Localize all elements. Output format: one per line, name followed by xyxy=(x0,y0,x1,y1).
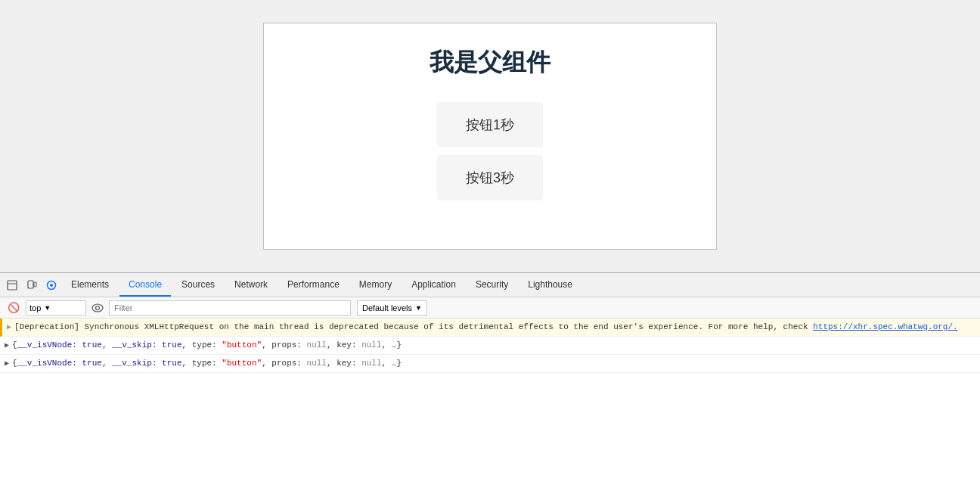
tab-console[interactable]: Console xyxy=(119,273,171,297)
devtools-panel: Elements Console Sources Network Perform… xyxy=(0,272,980,488)
svg-rect-0 xyxy=(8,281,17,290)
console-filter-input[interactable] xyxy=(109,300,351,315)
console-clear-icon[interactable]: 🚫 xyxy=(5,299,23,317)
devtools-inspect-icon[interactable] xyxy=(3,276,21,294)
devtools-circle-icon[interactable] xyxy=(42,276,60,294)
button-3sec[interactable]: 按钮3秒 xyxy=(437,155,543,200)
svg-point-6 xyxy=(92,304,103,312)
browser-content: 我是父组件 按钮1秒 按钮3秒 xyxy=(0,0,980,272)
tab-memory[interactable]: Memory xyxy=(350,273,401,297)
button-group: 按钮1秒 按钮3秒 xyxy=(437,102,543,208)
log-entry-vnode-2: ▶ {__v_isVNode: true, __v_skip: true, ty… xyxy=(0,355,980,373)
svg-rect-2 xyxy=(28,281,33,288)
tab-security[interactable]: Security xyxy=(467,273,517,297)
tab-performance[interactable]: Performance xyxy=(278,273,349,297)
console-toolbar: 🚫 top ▼ Default levels ▼ xyxy=(0,297,980,319)
app-title: 我是父组件 xyxy=(430,46,550,79)
svg-rect-3 xyxy=(34,282,36,287)
chevron-down-icon: ▼ xyxy=(415,304,422,312)
button-1sec[interactable]: 按钮1秒 xyxy=(437,102,543,148)
tab-sources[interactable]: Sources xyxy=(172,273,224,297)
log-entry-vnode-1: ▶ {__v_isVNode: true, __v_skip: true, ty… xyxy=(0,337,980,355)
log-entry-deprecation: ▶ [Deprecation] Synchronous XMLHttpReque… xyxy=(0,319,980,337)
log-expand-arrow[interactable]: ▶ xyxy=(5,358,9,370)
console-log-area: ▶ [Deprecation] Synchronous XMLHttpReque… xyxy=(0,319,980,488)
console-context-selector[interactable]: top ▼ xyxy=(26,300,86,315)
log-expand-arrow[interactable]: ▶ xyxy=(7,322,11,334)
deprecation-link[interactable]: https://xhr.spec.whatwg.org/. xyxy=(813,322,957,331)
console-levels-selector[interactable]: Default levels ▼ xyxy=(357,300,427,315)
devtools-tab-bar: Elements Console Sources Network Perform… xyxy=(0,273,980,297)
tab-network[interactable]: Network xyxy=(225,273,277,297)
app-frame: 我是父组件 按钮1秒 按钮3秒 xyxy=(263,23,717,250)
svg-point-5 xyxy=(50,284,53,287)
console-eye-icon[interactable] xyxy=(89,300,106,316)
tab-elements[interactable]: Elements xyxy=(62,273,118,297)
tab-lighthouse[interactable]: Lighthouse xyxy=(519,273,581,297)
svg-point-7 xyxy=(96,306,100,309)
tab-application[interactable]: Application xyxy=(402,273,465,297)
log-expand-arrow[interactable]: ▶ xyxy=(5,340,9,352)
devtools-device-icon[interactable] xyxy=(23,276,41,294)
chevron-down-icon: ▼ xyxy=(44,304,51,312)
